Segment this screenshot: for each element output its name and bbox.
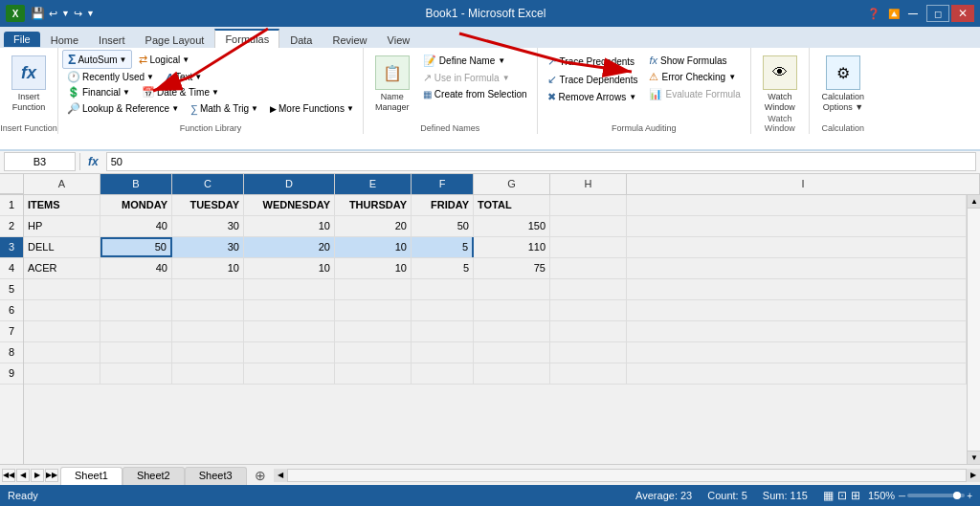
cell-A2[interactable]: HP bbox=[24, 216, 100, 236]
cell-B5[interactable] bbox=[100, 279, 172, 299]
define-name-button[interactable]: 📝 Define Name ▼ bbox=[419, 54, 531, 68]
cell-F9[interactable] bbox=[412, 363, 474, 384]
page-break-view-icon[interactable]: ⊞ bbox=[851, 489, 860, 502]
cell-C8[interactable] bbox=[172, 342, 244, 363]
sheet-nav-first[interactable]: ◀◀ bbox=[2, 469, 15, 482]
zoom-slider[interactable]: ─ + bbox=[899, 491, 972, 501]
cell-H3[interactable] bbox=[550, 237, 627, 257]
undo-arrow-icon[interactable]: ▼ bbox=[61, 9, 70, 18]
sheet-nav-prev[interactable]: ◀ bbox=[16, 469, 30, 482]
use-in-formula-button[interactable]: ↗ Use in Formula ▼ bbox=[419, 71, 531, 85]
cell-H1[interactable] bbox=[550, 195, 627, 215]
cell-G7[interactable] bbox=[474, 321, 550, 341]
redo-icon[interactable]: ↪ bbox=[74, 8, 82, 20]
cell-I8[interactable] bbox=[627, 342, 967, 363]
date-time-button[interactable]: 📅 Date & Time ▼ bbox=[137, 85, 224, 99]
recently-used-button[interactable]: 🕐 Recently Used ▼ bbox=[62, 70, 159, 84]
cell-C1[interactable]: TUESDAY bbox=[172, 195, 244, 215]
undo-icon[interactable]: ↩ bbox=[49, 8, 57, 20]
row-num-8[interactable]: 8 bbox=[0, 342, 23, 363]
cell-A5[interactable] bbox=[24, 279, 100, 299]
cell-E1[interactable]: THURSDAY bbox=[335, 195, 412, 215]
financial-button[interactable]: 💲 Financial ▼ bbox=[62, 85, 135, 99]
normal-view-icon[interactable]: ▦ bbox=[823, 489, 834, 502]
tab-view[interactable]: View bbox=[378, 33, 420, 48]
name-manager-button[interactable]: 📋 NameManager bbox=[369, 52, 415, 117]
cell-B3[interactable]: 50 bbox=[100, 237, 172, 257]
cell-I9[interactable] bbox=[627, 363, 967, 384]
horizontal-scrollbar[interactable]: ◀ ▶ bbox=[274, 465, 980, 485]
cell-G1[interactable]: TOTAL bbox=[474, 195, 550, 215]
logical-button[interactable]: ⇄ Logical ▼ bbox=[134, 53, 194, 67]
cell-A7[interactable] bbox=[24, 321, 100, 341]
sheet-tab-sheet2[interactable]: Sheet2 bbox=[122, 467, 185, 485]
cell-F4[interactable]: 5 bbox=[412, 258, 474, 278]
cell-H8[interactable] bbox=[550, 342, 627, 363]
cell-E7[interactable] bbox=[335, 321, 412, 341]
cell-D9[interactable] bbox=[244, 363, 335, 384]
cell-D5[interactable] bbox=[244, 279, 335, 299]
tab-file[interactable]: File bbox=[4, 32, 40, 47]
col-header-G[interactable]: G bbox=[474, 174, 550, 194]
sheet-tab-sheet1[interactable]: Sheet1 bbox=[60, 467, 122, 485]
cell-C2[interactable]: 30 bbox=[172, 216, 244, 236]
cell-C3[interactable]: 30 bbox=[172, 237, 244, 257]
row-num-7[interactable]: 7 bbox=[0, 321, 23, 342]
cell-I3[interactable] bbox=[627, 237, 967, 257]
cell-B9[interactable] bbox=[100, 363, 172, 384]
text-button[interactable]: A Text ▼ bbox=[161, 71, 207, 84]
cell-D7[interactable] bbox=[244, 321, 335, 341]
lookup-reference-button[interactable]: 🔎 Lookup & Reference ▼ bbox=[62, 101, 184, 116]
cell-C7[interactable] bbox=[172, 321, 244, 341]
cell-F6[interactable] bbox=[412, 300, 474, 320]
cell-A9[interactable] bbox=[24, 363, 100, 384]
cell-C4[interactable]: 10 bbox=[172, 258, 244, 278]
page-layout-view-icon[interactable]: ⊡ bbox=[837, 489, 847, 502]
cell-D1[interactable]: WEDNESDAY bbox=[244, 195, 335, 215]
calculation-options-button[interactable]: ⚙ CalculationOptions ▼ bbox=[818, 52, 869, 117]
cell-E3[interactable]: 10 bbox=[335, 237, 412, 257]
cell-B7[interactable] bbox=[100, 321, 172, 341]
cell-A4[interactable]: ACER bbox=[24, 258, 100, 278]
col-header-F[interactable]: F bbox=[412, 174, 474, 194]
error-checking-button[interactable]: ⚠ Error Checking ▼ bbox=[645, 70, 744, 84]
sheet-nav-last[interactable]: ▶▶ bbox=[45, 469, 58, 482]
row-num-3[interactable]: 3 bbox=[0, 237, 23, 258]
cell-A3[interactable]: DELL bbox=[24, 237, 100, 257]
cell-F2[interactable]: 50 bbox=[412, 216, 474, 236]
cell-H5[interactable] bbox=[550, 279, 627, 299]
sheet-nav-next[interactable]: ▶ bbox=[31, 469, 44, 482]
sheet-tab-sheet3[interactable]: Sheet3 bbox=[185, 467, 247, 485]
cell-reference-box[interactable] bbox=[4, 152, 76, 171]
zoom-out-icon[interactable]: ─ bbox=[899, 491, 905, 501]
col-header-I[interactable]: I bbox=[627, 174, 980, 194]
cell-F8[interactable] bbox=[412, 342, 474, 363]
minimize-button[interactable]: ─ bbox=[902, 5, 924, 22]
insert-function-button[interactable]: fx InsertFunction bbox=[8, 52, 50, 117]
cell-I4[interactable] bbox=[627, 258, 967, 278]
row-num-5[interactable]: 5 bbox=[0, 279, 23, 300]
tab-review[interactable]: Review bbox=[323, 33, 376, 48]
more-functions-button[interactable]: ▶ More Functions ▼ bbox=[265, 102, 359, 115]
zoom-in-icon[interactable]: + bbox=[967, 491, 972, 501]
cell-C5[interactable] bbox=[172, 279, 244, 299]
cell-B8[interactable] bbox=[100, 342, 172, 363]
col-header-C[interactable]: C bbox=[172, 174, 244, 194]
col-header-E[interactable]: E bbox=[335, 174, 412, 194]
scroll-up-button[interactable]: ▲ bbox=[968, 195, 980, 209]
cell-D8[interactable] bbox=[244, 342, 335, 363]
col-header-D[interactable]: D bbox=[244, 174, 335, 194]
tab-insert[interactable]: Insert bbox=[89, 33, 135, 48]
cell-G6[interactable] bbox=[474, 300, 550, 320]
cell-H6[interactable] bbox=[550, 300, 627, 320]
cell-G2[interactable]: 150 bbox=[474, 216, 550, 236]
sheet-insert-button[interactable]: ⊕ bbox=[247, 465, 274, 485]
cell-D4[interactable]: 10 bbox=[244, 258, 335, 278]
cell-C6[interactable] bbox=[172, 300, 244, 320]
cell-A1[interactable]: ITEMS bbox=[24, 195, 100, 215]
tab-page-layout[interactable]: Page Layout bbox=[136, 33, 214, 48]
cell-B6[interactable] bbox=[100, 300, 172, 320]
cell-I7[interactable] bbox=[627, 321, 967, 341]
scroll-down-button[interactable]: ▼ bbox=[968, 451, 980, 464]
cell-E8[interactable] bbox=[335, 342, 412, 363]
